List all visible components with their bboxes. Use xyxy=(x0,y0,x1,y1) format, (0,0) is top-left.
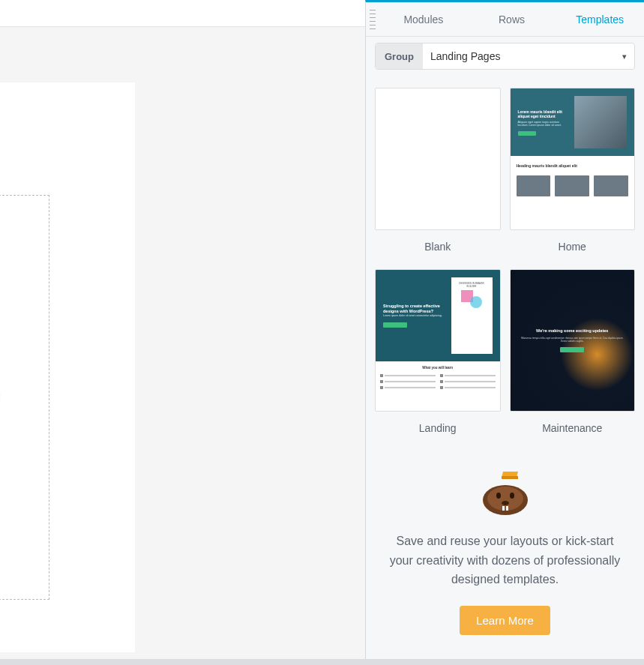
svg-rect-6 xyxy=(502,506,505,511)
footer-strip xyxy=(0,659,644,665)
template-maintenance-label: Maintenance xyxy=(542,422,602,434)
canvas: ! xyxy=(0,82,135,652)
template-home-label: Home xyxy=(559,241,586,253)
template-landing-label: Landing xyxy=(419,422,457,434)
thumb-button xyxy=(518,131,536,136)
learn-more-button[interactable]: Learn More xyxy=(460,606,550,635)
beaver-mascot-icon xyxy=(479,469,532,515)
svg-point-2 xyxy=(496,493,501,499)
thumb-text: Struggling to create effective designs w… xyxy=(383,304,445,314)
side-panel: Modules Rows Templates Group Landing Pag… xyxy=(365,0,644,665)
thumb-text: What you will learn xyxy=(380,366,496,370)
thumb-text: Lorem mauris blandit elit aliquet eget t… xyxy=(518,109,571,118)
drag-handle-icon[interactable] xyxy=(369,8,376,31)
thumb-text: Aliquam eget sapien turpis scentam tinci… xyxy=(518,121,571,127)
template-blank[interactable]: Blank xyxy=(375,88,501,253)
chevron-down-icon: ▾ xyxy=(622,52,627,61)
thumb-text: We're making some exciting updates xyxy=(536,328,608,333)
tab-rows[interactable]: Rows xyxy=(468,3,556,36)
svg-rect-7 xyxy=(506,506,508,511)
group-dropdown[interactable]: Landing Pages ▾ xyxy=(423,43,634,69)
svg-point-4 xyxy=(502,501,509,505)
drop-zone-hint: ! xyxy=(0,391,1,403)
thumb-text: Lorem ipsum dolor sit amet consectetur a… xyxy=(383,314,445,318)
group-selector: Group Landing Pages ▾ xyxy=(375,43,635,70)
thumb-button xyxy=(560,347,584,352)
template-home-thumb: Lorem mauris blandit elit aliquet eget t… xyxy=(510,88,636,230)
group-label: Group xyxy=(376,43,423,69)
svg-rect-5 xyxy=(502,476,518,479)
template-maintenance[interactable]: We're making some exciting updates Maece… xyxy=(510,269,636,434)
templates-grid: Blank Lorem mauris blandit elit aliquet … xyxy=(366,74,644,442)
thumb-image xyxy=(574,96,627,148)
thumb-button xyxy=(383,322,407,328)
panel-tabs: Modules Rows Templates xyxy=(366,2,644,37)
svg-point-1 xyxy=(487,487,523,511)
tab-modules[interactable]: Modules xyxy=(379,3,468,36)
promo-text: Save and reuse your layouts or kick-star… xyxy=(384,532,626,589)
thumb-image xyxy=(517,175,551,196)
thumb-book: DESIGNING IN BEAVER BUILDER xyxy=(451,277,493,354)
group-selected-value: Landing Pages xyxy=(430,50,622,62)
template-blank-label: Blank xyxy=(424,241,451,253)
thumb-text: Maecenas tempus tellus eget condimentum … xyxy=(518,337,628,343)
template-home[interactable]: Lorem mauris blandit elit aliquet eget t… xyxy=(510,88,636,253)
promo-block: Save and reuse your layouts or kick-star… xyxy=(366,446,644,665)
thumb-text: DESIGNING IN BEAVER BUILDER xyxy=(456,282,488,288)
template-maintenance-thumb: We're making some exciting updates Maece… xyxy=(510,269,636,412)
drop-zone[interactable]: ! xyxy=(0,195,49,600)
thumb-image xyxy=(594,175,628,196)
thumb-image xyxy=(555,175,589,196)
tab-templates[interactable]: Templates xyxy=(556,3,644,36)
template-landing[interactable]: Struggling to create effective designs w… xyxy=(375,269,501,434)
svg-point-3 xyxy=(510,493,514,499)
template-blank-thumb xyxy=(375,88,501,230)
template-landing-thumb: Struggling to create effective designs w… xyxy=(375,269,501,412)
thumb-text: Heading mauris blandit aliquet elit xyxy=(517,163,629,168)
